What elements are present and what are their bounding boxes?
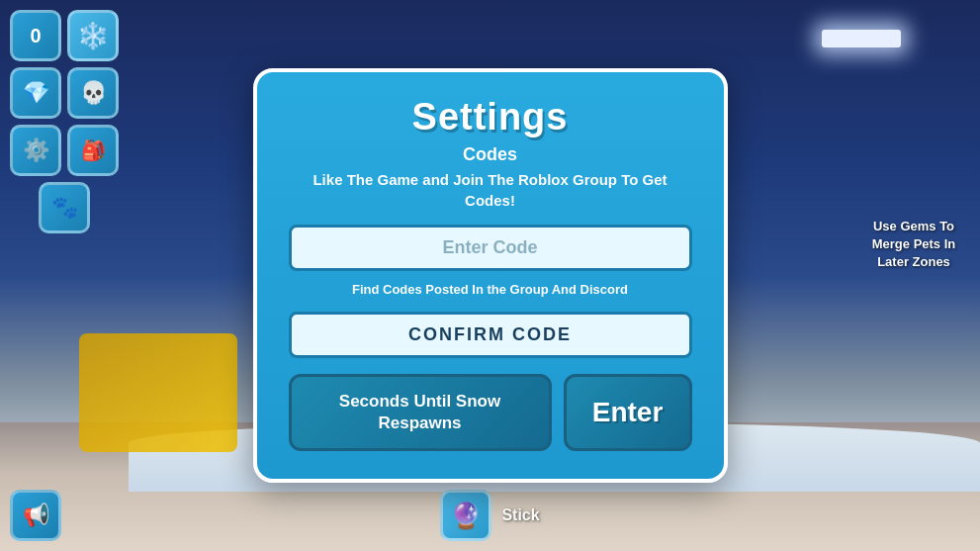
confirm-code-button[interactable]: CONFIRM CODE [289,312,692,358]
modal-title: Settings [289,96,692,138]
code-input[interactable] [289,225,692,271]
settings-modal: Settings Codes Like The Game and Join Th… [253,68,728,482]
modal-subtitle: Codes [289,144,692,165]
modal-overlay: Settings Codes Like The Game and Join Th… [0,0,980,551]
bottom-row: Seconds Until Snow Respawns Enter [289,374,692,451]
respawn-button[interactable]: Seconds Until Snow Respawns [289,374,552,451]
modal-description: Like The Game and Join The Roblox Group … [289,169,692,211]
hint-text: Find Codes Posted In the Group And Disco… [289,281,692,299]
enter-button[interactable]: Enter [564,374,692,451]
